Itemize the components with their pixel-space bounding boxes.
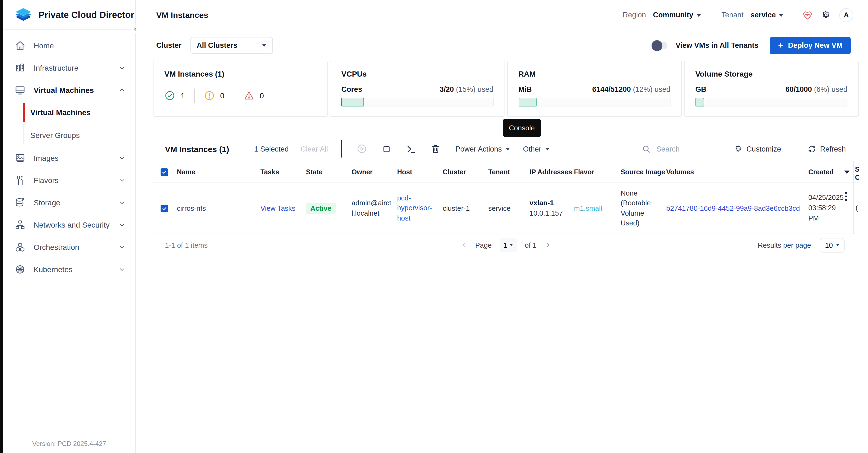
other-dropdown[interactable]: Other	[523, 145, 550, 153]
app-logo-icon	[14, 8, 33, 22]
error-count: 0	[259, 91, 264, 100]
row-checkbox[interactable]	[161, 204, 168, 212]
sticky-column-divider	[854, 161, 854, 234]
card-title: RAM	[518, 69, 671, 78]
ram-progress-bar	[518, 98, 671, 107]
console-tooltip: Console	[503, 119, 540, 137]
sidebar: Private Cloud Director Home Infrastructu…	[3, 0, 135, 453]
chevron-down-icon	[119, 244, 125, 250]
view-all-tenants-toggle[interactable]	[653, 41, 668, 49]
next-page-icon[interactable]	[545, 241, 551, 249]
column-header-source-image[interactable]: Source Image	[621, 168, 666, 176]
sidebar-collapse-button[interactable]	[132, 25, 139, 33]
sidebar-subitem-virtual-machines[interactable]: Virtual Machines	[3, 101, 135, 124]
power-actions-dropdown[interactable]: Power Actions	[456, 145, 510, 153]
table-header-row: Name Tasks State Owner Host Cluster Tena…	[153, 161, 859, 183]
chevron-down-icon	[119, 199, 125, 206]
sidebar-item-label: Virtual Machines	[34, 86, 94, 94]
table-row[interactable]: cirros-nfs View Tasks Active admin@airct…	[153, 183, 859, 234]
sidebar-item-infrastructure[interactable]: Infrastructure	[3, 56, 135, 79]
column-header-name[interactable]: Name	[177, 168, 260, 176]
column-header-host[interactable]: Host	[397, 168, 443, 176]
card-ram: RAM MiB 6144/51200 (12%) used	[507, 61, 682, 117]
app-logo-block: Private Cloud Director	[3, 0, 135, 30]
sidebar-subitem-server-groups[interactable]: Server Groups	[3, 124, 135, 147]
prev-page-icon[interactable]	[461, 241, 467, 249]
caret-down-icon	[510, 244, 513, 246]
row-menu-kebab-icon[interactable]	[845, 192, 847, 201]
divider	[341, 140, 342, 158]
column-header-ip-addresses[interactable]: IP Addresses	[529, 168, 574, 176]
column-header-tasks[interactable]: Tasks	[260, 168, 306, 176]
card-title: VCPUs	[341, 69, 494, 78]
status-error-icon	[243, 90, 254, 101]
sidebar-item-flavors[interactable]: Flavors	[3, 169, 135, 191]
sidebar-item-orchestration[interactable]: Orchestration	[3, 236, 135, 258]
select-all-checkbox[interactable]	[161, 168, 168, 176]
sidebar-item-label: Images	[34, 153, 59, 162]
clipped-cell: (	[856, 204, 859, 212]
sidebar-item-home[interactable]: Home	[3, 34, 135, 56]
sort-desc-icon[interactable]	[844, 170, 849, 173]
card-title: Volume Storage	[695, 69, 848, 78]
app-title: Private Cloud Director	[38, 9, 134, 20]
sidebar-item-label: Flavors	[34, 176, 59, 185]
region-select[interactable]: Community	[653, 11, 701, 19]
results-per-page-select[interactable]: 10	[820, 238, 845, 252]
filter-bar: Cluster All Clusters View VMs in All Ten…	[135, 30, 868, 61]
user-avatar[interactable]: A	[839, 8, 854, 22]
card-title: VM Instances (1)	[164, 69, 316, 78]
settings-gear-icon[interactable]	[820, 9, 831, 20]
refresh-icon	[807, 144, 816, 153]
page-label: Page	[475, 241, 492, 249]
sidebar-item-images[interactable]: Images	[3, 147, 135, 169]
chevron-down-icon	[119, 154, 125, 161]
chevron-down-icon	[119, 177, 125, 183]
tenant-select[interactable]: service	[750, 11, 783, 19]
page-select[interactable]: 1	[500, 238, 517, 252]
volume-link[interactable]: b2741780-16d9-4452-99a9-8ad3e6ccb3cd	[666, 204, 800, 213]
search-box	[642, 144, 707, 153]
divider	[194, 88, 195, 103]
sidebar-item-networks-and-security[interactable]: Networks and Security	[3, 214, 135, 236]
vm-name-link[interactable]: cirros-nfs	[177, 204, 206, 213]
sidebar-item-kubernetes[interactable]: Kubernetes	[3, 258, 135, 280]
cluster-select[interactable]: All Clusters	[190, 37, 273, 54]
metric-label: MiB	[518, 85, 532, 93]
chevron-down-icon	[119, 64, 125, 71]
host-link[interactable]: pcd-hypervisor-host	[397, 193, 433, 223]
caret-down-icon	[506, 147, 510, 150]
flavor-link[interactable]: m1.small	[574, 204, 602, 213]
power-on-icon[interactable]	[357, 143, 368, 154]
main-content: VM Instances Region Community Tenant ser…	[135, 0, 868, 453]
column-header-cluster[interactable]: Cluster	[443, 168, 488, 176]
view-tasks-link[interactable]: View Tasks	[260, 204, 296, 213]
column-header-flavor[interactable]: Flavor	[574, 168, 621, 176]
deploy-new-vm-button[interactable]: + Deploy New VM	[770, 37, 850, 54]
ip-addresses-cell: vxlan-110.0.1.157	[529, 198, 574, 217]
column-header-owner[interactable]: Owner	[351, 168, 397, 176]
virtual-machines-icon	[14, 84, 26, 95]
caret-down-icon	[696, 14, 701, 17]
vm-table-panel: VM Instances (1) 1 Selected Clear All Po…	[153, 136, 859, 256]
column-header-state[interactable]: State	[306, 168, 351, 176]
stop-icon[interactable]	[382, 144, 392, 153]
sidebar-item-label: Orchestration	[34, 243, 79, 251]
column-header-volumes[interactable]: Volumes	[666, 168, 808, 176]
storage-icon	[14, 197, 26, 208]
console-icon[interactable]	[406, 144, 416, 154]
column-header-created[interactable]: Created	[808, 168, 843, 176]
clear-all-button[interactable]: Clear All	[301, 145, 328, 153]
metric-label: Cores	[341, 85, 362, 93]
sidebar-item-storage[interactable]: Storage	[3, 191, 135, 214]
refresh-button[interactable]: Refresh	[807, 144, 846, 153]
health-heart-icon[interactable]	[802, 9, 813, 20]
column-header-tenant[interactable]: Tenant	[488, 168, 529, 176]
sidebar-item-virtual-machines[interactable]: Virtual Machines	[3, 79, 135, 101]
delete-trash-icon[interactable]	[431, 144, 441, 154]
customize-button[interactable]: Customize	[734, 144, 781, 153]
items-summary: 1-1 of 1 items	[165, 241, 208, 249]
search-input[interactable]	[655, 144, 707, 153]
card-vm-instances: VM Instances (1) 1 0 0	[153, 61, 328, 117]
orchestration-icon	[14, 242, 26, 252]
